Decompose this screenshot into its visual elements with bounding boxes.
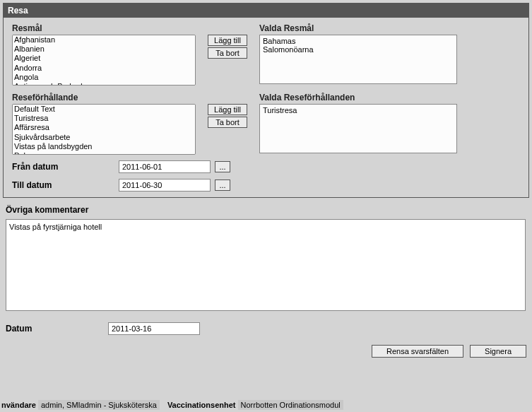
till-datum-input[interactable] bbox=[119, 179, 211, 192]
status-user-value: admin, SMIadmin - Sjuksköterska bbox=[38, 400, 160, 410]
comments-section: Övriga kommentarer bbox=[6, 205, 526, 312]
reseforhallande-label: Reseförhållande bbox=[12, 93, 196, 102]
list-option[interactable]: Andorra bbox=[13, 64, 195, 73]
resmal-add-button[interactable]: Lägg till bbox=[208, 35, 247, 46]
valda-resmal-box: BahamasSalomonöarna bbox=[259, 35, 457, 84]
resmal-listbox[interactable]: AfghanistanAlbanienAlgerietAndorraAngola… bbox=[12, 35, 196, 86]
list-option[interactable]: Dykresa bbox=[13, 151, 195, 155]
comments-label: Övriga kommentarer bbox=[6, 205, 526, 215]
reseforhallande-listbox[interactable]: Default TextTuristresaAffärsresaSjukvård… bbox=[12, 104, 196, 155]
resmal-remove-button[interactable]: Ta bort bbox=[208, 47, 247, 59]
fran-datum-input[interactable] bbox=[119, 160, 211, 173]
resefor-add-button[interactable]: Lägg till bbox=[208, 104, 247, 115]
clear-fields-button[interactable]: Rensa svarsfälten bbox=[372, 345, 463, 358]
valda-resefor-label: Valda Reseförhållanden bbox=[259, 93, 457, 102]
valda-resefor-box: Turistresa bbox=[259, 104, 457, 153]
resmal-label: Resmål bbox=[12, 23, 196, 33]
comments-textarea[interactable] bbox=[6, 219, 526, 311]
fran-datum-label: Från datum bbox=[12, 162, 114, 172]
selected-item: Turistresa bbox=[263, 106, 454, 114]
fran-datum-picker-button[interactable]: ... bbox=[215, 161, 230, 172]
list-option[interactable]: Sjukvårdsarbete bbox=[13, 133, 195, 142]
list-option[interactable]: Angola bbox=[13, 73, 195, 82]
status-bar: nvändare admin, SMIadmin - Sjuksköterska… bbox=[0, 401, 348, 409]
valda-resmal-label: Valda Resmål bbox=[259, 23, 457, 33]
selected-item: Salomonöarna bbox=[263, 45, 454, 54]
till-datum-picker-button[interactable]: ... bbox=[215, 179, 230, 191]
datum-input[interactable] bbox=[108, 322, 200, 335]
list-option[interactable]: Affärsresa bbox=[13, 123, 195, 132]
status-unit-label: Vaccinationsenhet bbox=[167, 401, 236, 409]
till-datum-label: Till datum bbox=[12, 180, 114, 190]
panel-title: Resa bbox=[4, 4, 528, 18]
list-option[interactable]: Albanien bbox=[13, 45, 195, 54]
resa-panel: Resa Resmål AfghanistanAlbanienAlgerietA… bbox=[3, 3, 529, 198]
list-option[interactable]: Afghanistan bbox=[13, 35, 195, 45]
resefor-remove-button[interactable]: Ta bort bbox=[208, 117, 247, 128]
status-user-label: nvändare bbox=[1, 401, 36, 409]
sign-button[interactable]: Signera bbox=[470, 345, 526, 358]
list-option[interactable]: Antigua och Barbuda bbox=[13, 82, 195, 86]
list-option[interactable]: Default Text bbox=[13, 105, 195, 114]
status-unit-value: Norrbotten Ordinationsmodul bbox=[238, 400, 343, 410]
list-option[interactable]: Algeriet bbox=[13, 54, 195, 63]
selected-item: Bahamas bbox=[263, 37, 454, 45]
list-option[interactable]: Vistas på landsbygden bbox=[13, 142, 195, 151]
list-option[interactable]: Turistresa bbox=[13, 114, 195, 123]
datum-label: Datum bbox=[6, 324, 108, 334]
